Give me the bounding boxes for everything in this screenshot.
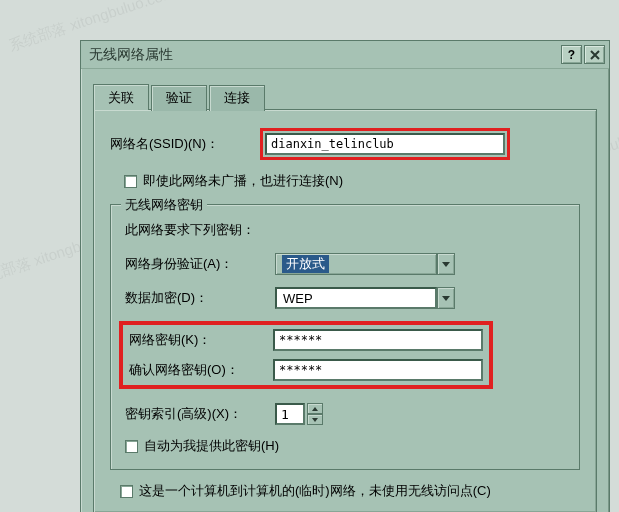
auth-dropdown-button[interactable] <box>437 253 455 275</box>
fieldset-legend: 无线网络密钥 <box>121 196 207 214</box>
encryption-value: WEP <box>283 291 313 306</box>
broadcast-checkbox[interactable] <box>124 175 137 188</box>
titlebar: 无线网络属性 ? <box>81 41 609 69</box>
confirm-key-label: 确认网络密钥(O)： <box>129 361 273 379</box>
network-key-label: 网络密钥(K)： <box>129 331 273 349</box>
association-panel: 网络名(SSID)(N)： 即使此网络未广播，也进行连接(N) 无线网络密钥 此… <box>93 109 597 512</box>
auth-label: 网络身份验证(A)： <box>125 255 275 273</box>
wireless-key-fieldset: 无线网络密钥 此网络要求下列密钥： 网络身份验证(A)： 开放式 数据加密(D <box>110 204 580 470</box>
key-highlight-group: 网络密钥(K)： 确认网络密钥(O)： <box>119 321 493 389</box>
arrow-up-icon <box>312 407 318 411</box>
key-index-value[interactable]: 1 <box>275 403 305 425</box>
close-icon <box>590 50 600 60</box>
ssid-label: 网络名(SSID)(N)： <box>110 135 260 153</box>
tab-association[interactable]: 关联 <box>93 84 149 110</box>
close-button[interactable] <box>584 45 605 64</box>
ssid-input[interactable] <box>265 133 505 155</box>
encryption-select[interactable]: WEP <box>275 287 455 309</box>
confirm-key-input[interactable] <box>273 359 483 381</box>
encryption-dropdown-button[interactable] <box>437 287 455 309</box>
adhoc-checkbox[interactable] <box>120 485 133 498</box>
ssid-highlight <box>260 128 510 160</box>
auto-key-label: 自动为我提供此密钥(H) <box>144 437 279 455</box>
arrow-down-icon <box>312 418 318 422</box>
auth-value: 开放式 <box>282 255 329 273</box>
dialog-title: 无线网络属性 <box>89 46 559 64</box>
key-note: 此网络要求下列密钥： <box>125 221 565 239</box>
tab-strip: 关联 验证 连接 <box>93 83 597 109</box>
auto-key-checkbox[interactable] <box>125 440 138 453</box>
tab-connection[interactable]: 连接 <box>209 85 265 111</box>
key-index-spinner[interactable]: 1 <box>275 403 323 425</box>
help-button[interactable]: ? <box>561 45 582 64</box>
chevron-down-icon <box>442 262 450 267</box>
chevron-down-icon <box>442 296 450 301</box>
key-index-up[interactable] <box>307 403 323 414</box>
encryption-label: 数据加密(D)： <box>125 289 275 307</box>
tab-authentication[interactable]: 验证 <box>151 85 207 111</box>
adhoc-label: 这是一个计算机到计算机的(临时)网络，未使用无线访问点(C) <box>139 482 491 500</box>
key-index-label: 密钥索引(高级)(X)： <box>125 405 275 423</box>
auth-select[interactable]: 开放式 <box>275 253 455 275</box>
broadcast-label: 即使此网络未广播，也进行连接(N) <box>143 172 343 190</box>
network-key-input[interactable] <box>273 329 483 351</box>
wireless-properties-dialog: 无线网络属性 ? 关联 验证 连接 网络名(SSID)(N)： <box>80 40 610 512</box>
key-index-down[interactable] <box>307 414 323 425</box>
